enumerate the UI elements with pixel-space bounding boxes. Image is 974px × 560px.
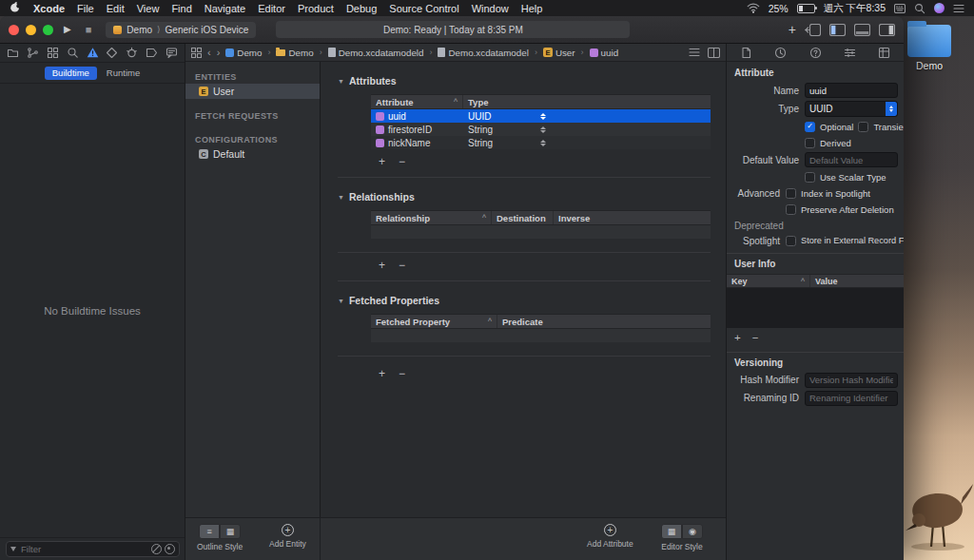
column-header-fetched-property[interactable]: Fetched Property^ xyxy=(371,315,497,328)
toggle-inspector-button[interactable] xyxy=(879,24,895,36)
store-external-record-checkbox[interactable] xyxy=(786,236,796,246)
column-header-destination[interactable]: Destination xyxy=(492,211,554,224)
menu-xcode[interactable]: Xcode xyxy=(33,3,65,14)
editor-options-icon[interactable] xyxy=(805,24,821,36)
notification-center-icon[interactable] xyxy=(953,4,964,13)
project-navigator-icon[interactable] xyxy=(7,47,19,59)
index-in-spotlight-checkbox[interactable] xyxy=(786,188,796,199)
input-source-icon[interactable] xyxy=(894,4,906,13)
editor-style-graph-button[interactable]: ◉ xyxy=(682,524,703,539)
connections-inspector-icon[interactable] xyxy=(844,47,856,59)
issue-navigator-icon[interactable] xyxy=(87,47,99,59)
column-header-value[interactable]: Value xyxy=(810,277,904,286)
add-attribute-button[interactable]: + Add Attribute xyxy=(587,524,633,549)
menu-source-control[interactable]: Source Control xyxy=(389,3,458,14)
breakpoint-navigator-icon[interactable] xyxy=(146,47,158,59)
data-model-inspector-icon[interactable] xyxy=(878,47,890,59)
related-items-icon[interactable] xyxy=(191,48,202,58)
report-navigator-icon[interactable] xyxy=(166,47,178,59)
tab-buildtime[interactable]: Buildtime xyxy=(45,67,97,80)
menu-view[interactable]: View xyxy=(137,3,160,14)
apple-menu[interactable] xyxy=(10,1,21,15)
use-scalar-type-checkbox[interactable] xyxy=(805,172,815,183)
wifi-icon[interactable] xyxy=(747,3,760,13)
column-header-inverse[interactable]: Inverse xyxy=(554,211,711,224)
find-navigator-icon[interactable] xyxy=(67,47,79,59)
breadcrumb-group[interactable]: Demo xyxy=(276,48,313,58)
column-header-key[interactable]: Key^ xyxy=(727,275,810,287)
outline-style-list-button[interactable]: ≡ xyxy=(199,524,220,539)
battery-icon[interactable] xyxy=(797,4,815,13)
toggle-debug-area-button[interactable] xyxy=(854,24,870,36)
menu-editor[interactable]: Editor xyxy=(258,3,285,14)
entity-row-user[interactable]: E User xyxy=(185,84,320,99)
menu-edit[interactable]: Edit xyxy=(107,3,125,14)
configuration-row-default[interactable]: C Default xyxy=(185,146,320,162)
attribute-row-firestoreid[interactable]: firestoreID String xyxy=(371,123,711,136)
menu-help[interactable]: Help xyxy=(521,3,543,14)
library-button[interactable]: + xyxy=(789,23,796,36)
remove-user-info-minus-button[interactable]: − xyxy=(752,333,759,344)
breadcrumb-project[interactable]: Demo xyxy=(225,48,262,58)
remove-relationship-minus-button[interactable]: − xyxy=(399,260,405,271)
back-button[interactable]: ‹ xyxy=(207,47,211,58)
remove-attribute-minus-button[interactable]: − xyxy=(399,156,405,167)
editor-style-table-button[interactable]: ▦ xyxy=(661,524,682,539)
menu-clock[interactable]: 週六 下午8:35 xyxy=(824,2,886,15)
filter-field[interactable] xyxy=(6,541,180,557)
scheme-selector[interactable]: Demo ⟩ Generic iOS Device xyxy=(106,22,256,38)
siri-icon[interactable] xyxy=(934,3,945,13)
type-popup-stepper-icon[interactable] xyxy=(540,140,546,146)
zoom-window-button[interactable] xyxy=(43,25,53,35)
add-fetched-property-plus-button[interactable]: + xyxy=(379,368,385,379)
show-errors-only-icon[interactable] xyxy=(151,544,162,554)
disclosure-triangle-icon[interactable]: ▼ xyxy=(338,78,344,85)
add-user-info-plus-button[interactable]: + xyxy=(734,333,741,344)
run-button[interactable]: ▶ xyxy=(60,23,75,36)
column-header-type[interactable]: Type xyxy=(463,95,711,108)
symbol-navigator-icon[interactable] xyxy=(47,47,59,59)
derived-checkbox[interactable] xyxy=(805,138,815,148)
menu-debug[interactable]: Debug xyxy=(346,3,377,14)
test-navigator-icon[interactable] xyxy=(106,47,118,59)
menu-product[interactable]: Product xyxy=(298,3,334,14)
breadcrumb-xcdatamodeld[interactable]: Demo.xcdatamodeld xyxy=(328,48,424,58)
renaming-id-field[interactable] xyxy=(805,391,898,406)
type-popup-stepper-icon[interactable] xyxy=(540,113,546,120)
forward-button[interactable]: › xyxy=(217,47,221,58)
history-inspector-icon[interactable] xyxy=(774,47,787,59)
breadcrumb-attribute[interactable]: uuid xyxy=(590,48,619,58)
spotlight-search-icon[interactable] xyxy=(914,3,925,14)
file-inspector-icon[interactable] xyxy=(740,47,752,59)
menu-file[interactable]: File xyxy=(77,3,94,14)
outline-style-grid-button[interactable]: ▦ xyxy=(220,524,241,539)
add-entity-button[interactable]: + Add Entity xyxy=(269,524,306,549)
stop-button[interactable]: ■ xyxy=(82,23,96,37)
remove-fetched-property-minus-button[interactable]: − xyxy=(399,368,405,379)
minimize-window-button[interactable] xyxy=(26,25,36,35)
column-header-relationship[interactable]: Relationship^ xyxy=(371,211,492,224)
disclosure-triangle-icon[interactable]: ▼ xyxy=(338,194,344,201)
toggle-navigator-button[interactable] xyxy=(829,24,846,36)
optional-checkbox[interactable]: ✓ xyxy=(805,122,815,132)
quick-help-inspector-icon[interactable] xyxy=(809,47,822,59)
desktop-folder-demo[interactable]: Demo xyxy=(900,25,959,71)
preserve-after-deletion-checkbox[interactable] xyxy=(786,204,796,215)
add-attribute-plus-button[interactable]: + xyxy=(379,156,385,167)
breadcrumb-xcdatamodel[interactable]: Demo.xcdatamodel xyxy=(438,48,528,58)
menu-navigate[interactable]: Navigate xyxy=(205,3,245,14)
menu-find[interactable]: Find xyxy=(171,3,191,14)
transient-checkbox[interactable] xyxy=(858,122,868,132)
debug-navigator-icon[interactable] xyxy=(126,47,138,59)
attribute-row-uuid[interactable]: uuid UUID xyxy=(371,109,711,123)
type-popup-stepper-icon[interactable] xyxy=(540,126,546,133)
add-relationship-plus-button[interactable]: + xyxy=(379,260,385,271)
split-editor-icon[interactable] xyxy=(708,48,720,58)
filter-input[interactable] xyxy=(19,543,148,555)
close-window-button[interactable] xyxy=(9,25,19,35)
tab-runtime[interactable]: Runtime xyxy=(107,68,140,78)
menu-window[interactable]: Window xyxy=(472,3,509,14)
show-latest-issues-icon[interactable] xyxy=(165,544,175,554)
minimap-menu-icon[interactable] xyxy=(689,48,700,57)
attribute-row-nickname[interactable]: nickName String xyxy=(371,136,711,149)
